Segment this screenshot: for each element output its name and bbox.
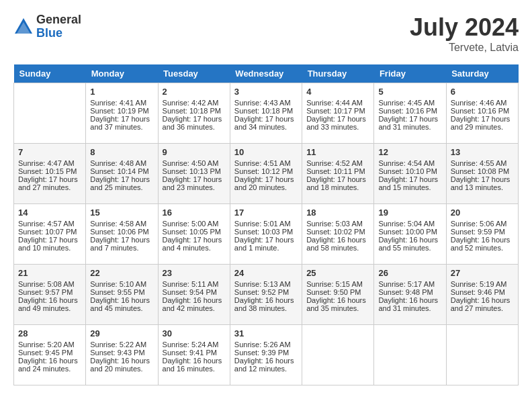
day-number: 9 xyxy=(163,147,226,157)
calendar-cell: 31Sunrise: 5:26 AMSunset: 9:39 PMDayligh… xyxy=(230,325,302,385)
cell-detail: Sunrise: 5:08 AM xyxy=(18,280,81,288)
cell-detail: and 18 minutes. xyxy=(306,183,369,191)
calendar-cell: 19Sunrise: 5:04 AMSunset: 10:00 PMDaylig… xyxy=(374,204,446,265)
day-number: 2 xyxy=(163,87,226,97)
cell-detail: Sunset: 10:19 PM xyxy=(90,107,153,115)
cell-detail: Sunrise: 5:11 AM xyxy=(163,280,226,288)
cell-detail: Sunrise: 4:52 AM xyxy=(306,159,369,167)
cell-detail: Daylight: 17 hours xyxy=(451,175,514,183)
cell-detail: Sunrise: 4:44 AM xyxy=(306,99,369,107)
cell-detail: Daylight: 17 hours xyxy=(306,175,369,183)
cell-detail: Sunrise: 4:51 AM xyxy=(234,159,298,167)
cell-detail: Sunrise: 5:22 AM xyxy=(90,340,153,349)
calendar-cell: 6Sunrise: 4:46 AMSunset: 10:16 PMDayligh… xyxy=(446,83,518,144)
calendar-cell: 4Sunrise: 4:44 AMSunset: 10:17 PMDayligh… xyxy=(302,83,374,144)
cell-detail: Daylight: 17 hours xyxy=(234,115,298,123)
title-section: July 2024 Tervete, Latvia xyxy=(410,13,519,54)
calendar-cell: 25Sunrise: 5:15 AMSunset: 9:50 PMDayligh… xyxy=(302,265,374,325)
calendar-cell: 13Sunrise: 4:55 AMSunset: 10:08 PMDaylig… xyxy=(446,144,518,204)
cell-detail: Sunrise: 5:00 AM xyxy=(163,220,226,228)
day-number: 4 xyxy=(306,87,369,97)
cell-detail: Sunrise: 5:19 AM xyxy=(451,280,514,288)
cell-detail: Sunrise: 4:42 AM xyxy=(163,99,226,107)
cell-detail: Daylight: 16 hours xyxy=(451,296,514,304)
cell-detail: Sunset: 9:39 PM xyxy=(234,349,298,357)
cell-detail: Sunset: 10:12 PM xyxy=(234,167,298,175)
cell-detail: Daylight: 17 hours xyxy=(451,115,514,123)
cell-detail: Sunset: 9:57 PM xyxy=(18,288,81,296)
cell-detail: and 7 minutes. xyxy=(90,244,153,252)
cell-detail: Sunset: 10:07 PM xyxy=(18,228,81,236)
cell-detail: and 27 minutes. xyxy=(451,304,514,312)
cell-detail: and 49 minutes. xyxy=(18,304,81,312)
cell-detail: Daylight: 17 hours xyxy=(163,175,226,183)
cell-detail: Daylight: 16 hours xyxy=(378,296,441,304)
cell-detail: Sunrise: 4:46 AM xyxy=(451,99,514,107)
day-number: 28 xyxy=(18,328,81,338)
calendar-cell: 12Sunrise: 4:54 AMSunset: 10:10 PMDaylig… xyxy=(374,144,446,204)
calendar-cell: 29Sunrise: 5:22 AMSunset: 9:43 PMDayligh… xyxy=(86,325,158,385)
calendar-cell: 21Sunrise: 5:08 AMSunset: 9:57 PMDayligh… xyxy=(14,265,86,325)
cell-detail: and 36 minutes. xyxy=(163,123,226,131)
cell-detail: Daylight: 17 hours xyxy=(378,175,441,183)
day-number: 31 xyxy=(234,328,298,338)
cell-detail: and 24 minutes. xyxy=(18,365,81,373)
day-number: 19 xyxy=(378,208,441,218)
cell-detail: Sunrise: 5:26 AM xyxy=(234,340,298,349)
calendar-cell xyxy=(374,325,446,385)
cell-detail: and 20 minutes. xyxy=(90,365,153,373)
cell-detail: Daylight: 17 hours xyxy=(378,115,441,123)
calendar-cell: 28Sunrise: 5:20 AMSunset: 9:45 PMDayligh… xyxy=(14,325,86,385)
cell-detail: and 1 minute. xyxy=(234,244,298,252)
cell-detail: Sunset: 9:54 PM xyxy=(163,288,226,296)
cell-detail: Sunrise: 4:41 AM xyxy=(90,99,153,107)
cell-detail: and 13 minutes. xyxy=(451,183,514,191)
cell-detail: Sunset: 10:05 PM xyxy=(163,228,226,236)
cell-detail: Sunset: 10:16 PM xyxy=(378,107,441,115)
cell-detail: Sunset: 10:18 PM xyxy=(163,107,226,115)
day-number: 27 xyxy=(451,268,514,278)
cell-detail: Sunrise: 5:04 AM xyxy=(378,220,441,228)
calendar-cell: 26Sunrise: 5:17 AMSunset: 9:48 PMDayligh… xyxy=(374,265,446,325)
day-number: 24 xyxy=(234,268,298,278)
calendar-cell: 2Sunrise: 4:42 AMSunset: 10:18 PMDayligh… xyxy=(158,83,230,144)
cell-detail: Sunrise: 5:01 AM xyxy=(234,220,298,228)
cell-detail: Sunrise: 4:55 AM xyxy=(451,159,514,167)
logo-general-text: General xyxy=(36,13,81,27)
calendar-cell xyxy=(446,325,518,385)
cell-detail: and 31 minutes. xyxy=(378,304,441,312)
cell-detail: Daylight: 17 hours xyxy=(18,175,81,183)
logo-icon xyxy=(13,17,34,37)
day-number: 25 xyxy=(306,268,369,278)
column-header-wednesday: Wednesday xyxy=(230,64,302,83)
calendar-table: SundayMondayTuesdayWednesdayThursdayFrid… xyxy=(13,64,519,385)
column-header-saturday: Saturday xyxy=(446,64,518,83)
cell-detail: and 52 minutes. xyxy=(451,244,514,252)
cell-detail: Daylight: 16 hours xyxy=(306,236,369,244)
day-number: 17 xyxy=(234,208,298,218)
cell-detail: Sunset: 9:50 PM xyxy=(306,288,369,296)
calendar-cell: 22Sunrise: 5:10 AMSunset: 9:55 PMDayligh… xyxy=(86,265,158,325)
cell-detail: Sunset: 9:43 PM xyxy=(90,349,153,357)
calendar-cell: 24Sunrise: 5:13 AMSunset: 9:52 PMDayligh… xyxy=(230,265,302,325)
cell-detail: Daylight: 17 hours xyxy=(90,175,153,183)
month-year-title: July 2024 xyxy=(410,13,519,42)
day-number: 18 xyxy=(306,208,369,218)
cell-detail: Daylight: 16 hours xyxy=(90,296,153,304)
calendar-week-row: 21Sunrise: 5:08 AMSunset: 9:57 PMDayligh… xyxy=(14,265,519,325)
calendar-cell: 1Sunrise: 4:41 AMSunset: 10:19 PMDayligh… xyxy=(86,83,158,144)
cell-detail: Sunset: 10:13 PM xyxy=(163,167,226,175)
cell-detail: Sunrise: 5:13 AM xyxy=(234,280,298,288)
cell-detail: Sunset: 10:00 PM xyxy=(378,228,441,236)
calendar-cell: 18Sunrise: 5:03 AMSunset: 10:02 PMDaylig… xyxy=(302,204,374,265)
calendar-cell: 23Sunrise: 5:11 AMSunset: 9:54 PMDayligh… xyxy=(158,265,230,325)
cell-detail: and 16 minutes. xyxy=(163,365,226,373)
cell-detail: Daylight: 16 hours xyxy=(234,357,298,365)
cell-detail: Daylight: 17 hours xyxy=(234,175,298,183)
cell-detail: and 27 minutes. xyxy=(18,183,81,191)
page-header: General Blue July 2024 Tervete, Latvia xyxy=(13,13,519,54)
cell-detail: Sunset: 10:10 PM xyxy=(378,167,441,175)
day-number: 21 xyxy=(18,268,81,278)
cell-detail: and 38 minutes. xyxy=(234,304,298,312)
cell-detail: Sunset: 10:11 PM xyxy=(306,167,369,175)
